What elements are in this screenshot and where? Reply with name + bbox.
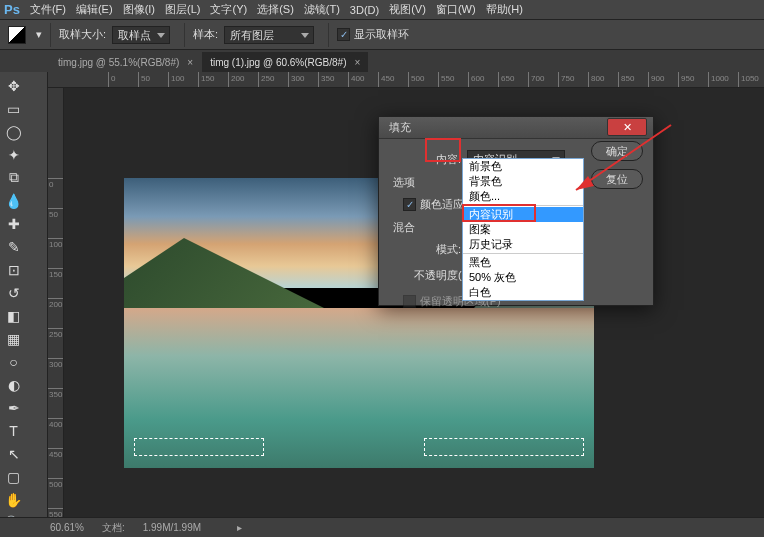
menu-type[interactable]: 文字(Y)	[210, 2, 247, 17]
close-icon[interactable]: ×	[187, 57, 193, 68]
shape-tool[interactable]: ▢	[3, 466, 24, 487]
dropdown-option[interactable]: 图案	[463, 222, 583, 237]
preserve-transparency-checkbox	[403, 295, 416, 308]
dodge-tool[interactable]: ◐	[3, 374, 24, 395]
selection-marquee-2	[424, 438, 584, 456]
eyedropper-tool-icon[interactable]	[8, 26, 26, 44]
selection-marquee-1	[134, 438, 264, 456]
path-tool[interactable]: ↖	[3, 443, 24, 464]
dialog-titlebar[interactable]: 填充 ✕	[379, 117, 653, 139]
ps-logo: Ps	[4, 2, 20, 17]
history-brush-tool[interactable]: ↺	[3, 282, 24, 303]
dropdown-option[interactable]: 历史记录	[463, 237, 583, 252]
gradient-tool[interactable]: ▦	[3, 328, 24, 349]
dropdown-option[interactable]: 内容识别	[463, 207, 583, 222]
menu-window[interactable]: 窗口(W)	[436, 2, 476, 17]
dropdown-option[interactable]: 白色	[463, 285, 583, 300]
brush-tool[interactable]: ✎	[3, 236, 24, 257]
pen-tool[interactable]: ✒	[3, 397, 24, 418]
menu-select[interactable]: 选择(S)	[257, 2, 294, 17]
move-tool[interactable]: ✥	[3, 75, 24, 96]
sample-select[interactable]: 所有图层	[224, 26, 314, 44]
menu-filter[interactable]: 滤镜(T)	[304, 2, 340, 17]
blur-tool[interactable]: ○	[3, 351, 24, 372]
text-tool[interactable]: T	[3, 420, 24, 441]
dropdown-option[interactable]: 50% 灰色	[463, 270, 583, 285]
menu-view[interactable]: 视图(V)	[389, 2, 426, 17]
hand-tool[interactable]: ✋	[3, 489, 24, 510]
stamp-tool[interactable]: ⊡	[3, 259, 24, 280]
menu-edit[interactable]: 编辑(E)	[76, 2, 113, 17]
crop-tool[interactable]: ⧉	[3, 167, 24, 188]
menu-help[interactable]: 帮助(H)	[486, 2, 523, 17]
menu-image[interactable]: 图像(I)	[123, 2, 155, 17]
ruler-vertical: 050100150200250300350400450500550600650	[48, 88, 64, 517]
document-tabs: timg.jpg @ 55.1%(RGB/8#)× timg (1).jpg @…	[0, 50, 764, 72]
dialog-close-button[interactable]: ✕	[607, 118, 647, 136]
ok-button[interactable]: 确定	[591, 141, 643, 161]
show-ring-label: 显示取样环	[354, 27, 409, 42]
marquee-tool[interactable]: ▭	[3, 98, 24, 119]
ruler-horizontal: 0501001502002503003504004505005506006507…	[48, 72, 764, 88]
healing-tool[interactable]: ✚	[3, 213, 24, 234]
dropdown-option[interactable]: 颜色...	[463, 189, 583, 204]
dropdown-option[interactable]: 黑色	[463, 255, 583, 270]
dialog-title: 填充	[389, 120, 411, 135]
status-bar: 60.61% 文档:1.99M/1.99M ▸	[0, 517, 764, 537]
sample-size-select[interactable]: 取样点	[112, 26, 170, 44]
tool-panel: ✥ ▭ ◯ ✦ ⧉ 💧 ✚ ✎ ⊡ ↺ ◧ ▦ ○ ◐ ✒ T ↖ ▢ ✋ 🔍	[0, 72, 48, 517]
magic-wand-tool[interactable]: ✦	[3, 144, 24, 165]
tab-doc-2[interactable]: timg (1).jpg @ 60.6%(RGB/8#)×	[202, 52, 368, 72]
mode-label: 模式:	[389, 242, 461, 257]
menu-bar: Ps 文件(F) 编辑(E) 图像(I) 图层(L) 文字(Y) 选择(S) 滤…	[0, 0, 764, 20]
use-label: 内容:	[389, 152, 461, 167]
menu-file[interactable]: 文件(F)	[30, 2, 66, 17]
eyedropper-tool[interactable]: 💧	[3, 190, 24, 211]
options-bar: ▾ 取样大小: 取样点 样本: 所有图层 ✓ 显示取样环	[0, 20, 764, 50]
sample-size-label: 取样大小:	[59, 27, 106, 42]
eraser-tool[interactable]: ◧	[3, 305, 24, 326]
menu-layer[interactable]: 图层(L)	[165, 2, 200, 17]
tab-doc-1[interactable]: timg.jpg @ 55.1%(RGB/8#)×	[50, 52, 201, 72]
dropdown-option[interactable]: 前景色	[463, 159, 583, 174]
use-dropdown-list[interactable]: 前景色背景色颜色...内容识别图案历史记录黑色50% 灰色白色	[462, 158, 584, 301]
color-adapt-checkbox[interactable]: ✓	[403, 198, 416, 211]
dropdown-option[interactable]: 背景色	[463, 174, 583, 189]
sample-label: 样本:	[193, 27, 218, 42]
lasso-tool[interactable]: ◯	[3, 121, 24, 142]
menu-3d[interactable]: 3D(D)	[350, 4, 379, 16]
cancel-button[interactable]: 复位	[591, 169, 643, 189]
show-ring-checkbox[interactable]: ✓	[337, 28, 350, 41]
zoom-level[interactable]: 60.61%	[50, 522, 84, 533]
close-icon[interactable]: ×	[354, 57, 360, 68]
